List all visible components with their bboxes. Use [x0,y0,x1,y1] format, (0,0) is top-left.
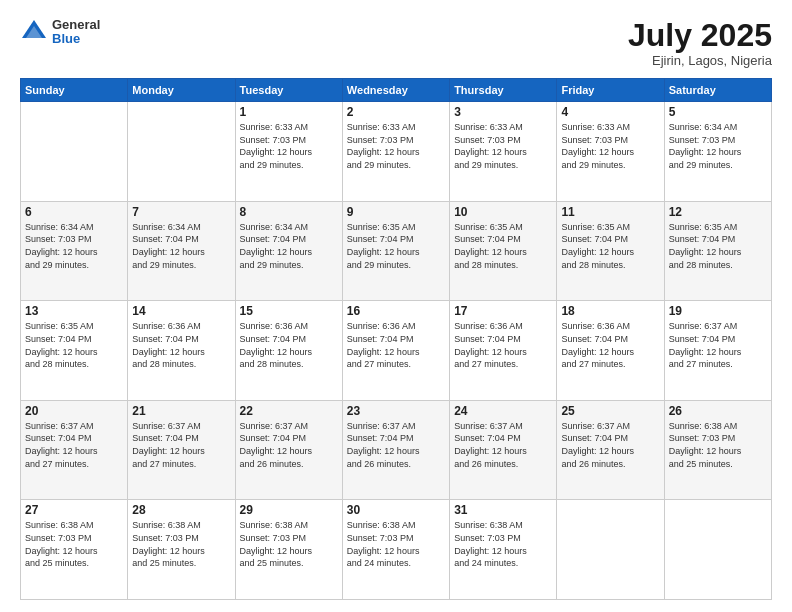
day-info: Sunrise: 6:33 AM Sunset: 7:03 PM Dayligh… [240,121,338,171]
logo: General Blue [20,18,100,47]
day-number: 21 [132,404,230,418]
calendar-day-cell [557,500,664,600]
day-info: Sunrise: 6:38 AM Sunset: 7:03 PM Dayligh… [132,519,230,569]
day-info: Sunrise: 6:35 AM Sunset: 7:04 PM Dayligh… [25,320,123,370]
day-info: Sunrise: 6:37 AM Sunset: 7:04 PM Dayligh… [132,420,230,470]
day-number: 22 [240,404,338,418]
day-number: 4 [561,105,659,119]
day-number: 12 [669,205,767,219]
day-number: 19 [669,304,767,318]
calendar-day-cell: 31Sunrise: 6:38 AM Sunset: 7:03 PM Dayli… [450,500,557,600]
calendar-week-row: 6Sunrise: 6:34 AM Sunset: 7:03 PM Daylig… [21,201,772,301]
day-of-week-header: Sunday [21,79,128,102]
logo-line2: Blue [52,32,100,46]
day-number: 17 [454,304,552,318]
calendar-day-cell [128,102,235,202]
day-info: Sunrise: 6:38 AM Sunset: 7:03 PM Dayligh… [25,519,123,569]
day-of-week-header: Monday [128,79,235,102]
calendar-day-cell: 19Sunrise: 6:37 AM Sunset: 7:04 PM Dayli… [664,301,771,401]
calendar-day-cell: 20Sunrise: 6:37 AM Sunset: 7:04 PM Dayli… [21,400,128,500]
day-of-week-header: Thursday [450,79,557,102]
calendar-body: 1Sunrise: 6:33 AM Sunset: 7:03 PM Daylig… [21,102,772,600]
calendar-day-cell: 10Sunrise: 6:35 AM Sunset: 7:04 PM Dayli… [450,201,557,301]
day-info: Sunrise: 6:34 AM Sunset: 7:03 PM Dayligh… [669,121,767,171]
day-number: 16 [347,304,445,318]
page: General Blue July 2025 Ejirin, Lagos, Ni… [0,0,792,612]
calendar-day-cell: 26Sunrise: 6:38 AM Sunset: 7:03 PM Dayli… [664,400,771,500]
calendar-day-cell: 21Sunrise: 6:37 AM Sunset: 7:04 PM Dayli… [128,400,235,500]
day-number: 28 [132,503,230,517]
calendar-day-cell: 24Sunrise: 6:37 AM Sunset: 7:04 PM Dayli… [450,400,557,500]
calendar-day-cell: 30Sunrise: 6:38 AM Sunset: 7:03 PM Dayli… [342,500,449,600]
day-info: Sunrise: 6:37 AM Sunset: 7:04 PM Dayligh… [669,320,767,370]
day-info: Sunrise: 6:33 AM Sunset: 7:03 PM Dayligh… [347,121,445,171]
calendar-week-row: 27Sunrise: 6:38 AM Sunset: 7:03 PM Dayli… [21,500,772,600]
day-info: Sunrise: 6:37 AM Sunset: 7:04 PM Dayligh… [347,420,445,470]
day-info: Sunrise: 6:36 AM Sunset: 7:04 PM Dayligh… [132,320,230,370]
day-number: 3 [454,105,552,119]
day-number: 27 [25,503,123,517]
calendar-day-cell: 11Sunrise: 6:35 AM Sunset: 7:04 PM Dayli… [557,201,664,301]
title-block: July 2025 Ejirin, Lagos, Nigeria [628,18,772,68]
day-info: Sunrise: 6:33 AM Sunset: 7:03 PM Dayligh… [561,121,659,171]
day-of-week-header: Tuesday [235,79,342,102]
day-info: Sunrise: 6:35 AM Sunset: 7:04 PM Dayligh… [347,221,445,271]
logo-icon [20,18,48,46]
calendar-day-cell: 1Sunrise: 6:33 AM Sunset: 7:03 PM Daylig… [235,102,342,202]
calendar-day-cell: 8Sunrise: 6:34 AM Sunset: 7:04 PM Daylig… [235,201,342,301]
day-number: 7 [132,205,230,219]
calendar-day-cell: 15Sunrise: 6:36 AM Sunset: 7:04 PM Dayli… [235,301,342,401]
day-info: Sunrise: 6:38 AM Sunset: 7:03 PM Dayligh… [240,519,338,569]
day-info: Sunrise: 6:38 AM Sunset: 7:03 PM Dayligh… [347,519,445,569]
day-info: Sunrise: 6:34 AM Sunset: 7:03 PM Dayligh… [25,221,123,271]
day-info: Sunrise: 6:36 AM Sunset: 7:04 PM Dayligh… [347,320,445,370]
day-number: 10 [454,205,552,219]
calendar-day-cell: 4Sunrise: 6:33 AM Sunset: 7:03 PM Daylig… [557,102,664,202]
day-number: 2 [347,105,445,119]
day-number: 11 [561,205,659,219]
day-number: 8 [240,205,338,219]
day-number: 25 [561,404,659,418]
calendar-subtitle: Ejirin, Lagos, Nigeria [628,53,772,68]
day-number: 18 [561,304,659,318]
day-info: Sunrise: 6:35 AM Sunset: 7:04 PM Dayligh… [454,221,552,271]
day-number: 31 [454,503,552,517]
calendar-header: SundayMondayTuesdayWednesdayThursdayFrid… [21,79,772,102]
day-info: Sunrise: 6:36 AM Sunset: 7:04 PM Dayligh… [454,320,552,370]
day-number: 9 [347,205,445,219]
calendar-day-cell: 22Sunrise: 6:37 AM Sunset: 7:04 PM Dayli… [235,400,342,500]
calendar-title: July 2025 [628,18,772,53]
day-info: Sunrise: 6:37 AM Sunset: 7:04 PM Dayligh… [240,420,338,470]
calendar-day-cell: 5Sunrise: 6:34 AM Sunset: 7:03 PM Daylig… [664,102,771,202]
calendar-day-cell: 25Sunrise: 6:37 AM Sunset: 7:04 PM Dayli… [557,400,664,500]
calendar-table: SundayMondayTuesdayWednesdayThursdayFrid… [20,78,772,600]
logo-text: General Blue [52,18,100,47]
day-number: 20 [25,404,123,418]
day-number: 14 [132,304,230,318]
calendar-week-row: 13Sunrise: 6:35 AM Sunset: 7:04 PM Dayli… [21,301,772,401]
day-number: 1 [240,105,338,119]
day-info: Sunrise: 6:37 AM Sunset: 7:04 PM Dayligh… [561,420,659,470]
calendar-week-row: 1Sunrise: 6:33 AM Sunset: 7:03 PM Daylig… [21,102,772,202]
day-number: 26 [669,404,767,418]
calendar-day-cell: 2Sunrise: 6:33 AM Sunset: 7:03 PM Daylig… [342,102,449,202]
day-of-week-header: Wednesday [342,79,449,102]
day-number: 24 [454,404,552,418]
day-info: Sunrise: 6:36 AM Sunset: 7:04 PM Dayligh… [561,320,659,370]
calendar-day-cell [21,102,128,202]
calendar-day-cell [664,500,771,600]
day-info: Sunrise: 6:38 AM Sunset: 7:03 PM Dayligh… [454,519,552,569]
days-of-week-row: SundayMondayTuesdayWednesdayThursdayFrid… [21,79,772,102]
day-number: 23 [347,404,445,418]
calendar-day-cell: 17Sunrise: 6:36 AM Sunset: 7:04 PM Dayli… [450,301,557,401]
day-info: Sunrise: 6:34 AM Sunset: 7:04 PM Dayligh… [132,221,230,271]
calendar-day-cell: 27Sunrise: 6:38 AM Sunset: 7:03 PM Dayli… [21,500,128,600]
day-number: 6 [25,205,123,219]
day-info: Sunrise: 6:35 AM Sunset: 7:04 PM Dayligh… [561,221,659,271]
day-number: 29 [240,503,338,517]
day-info: Sunrise: 6:37 AM Sunset: 7:04 PM Dayligh… [454,420,552,470]
day-info: Sunrise: 6:37 AM Sunset: 7:04 PM Dayligh… [25,420,123,470]
calendar-day-cell: 14Sunrise: 6:36 AM Sunset: 7:04 PM Dayli… [128,301,235,401]
calendar-week-row: 20Sunrise: 6:37 AM Sunset: 7:04 PM Dayli… [21,400,772,500]
day-info: Sunrise: 6:35 AM Sunset: 7:04 PM Dayligh… [669,221,767,271]
